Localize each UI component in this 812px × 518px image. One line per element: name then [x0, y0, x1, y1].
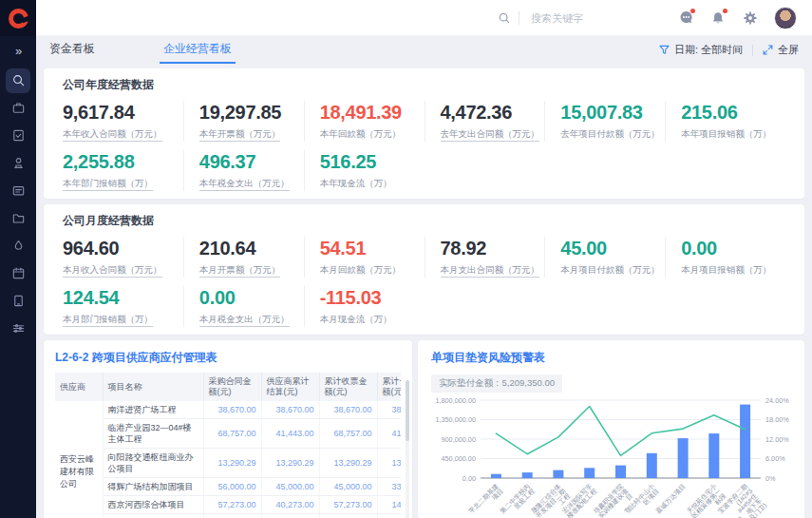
notification-dot — [690, 9, 695, 13]
date-filter-label: 日期: 全部时间 — [674, 43, 743, 57]
col-project: 项目名称 — [103, 373, 203, 401]
table-row: 得辉广场结构加固项目 56,000.00 45,000.00 45,000.00… — [55, 478, 401, 496]
notification-dot — [723, 9, 727, 13]
svg-text:1,350,000.00: 1,350,000.00 — [435, 415, 476, 424]
calendar-icon — [11, 266, 26, 280]
kpi-monthly-tax[interactable]: 0.00本月税金支出（万元） — [183, 286, 304, 327]
svg-text:嘉诚万达项目: 嘉诚万达项目 — [654, 483, 687, 515]
sidebar-item-droplet[interactable] — [6, 234, 30, 259]
gear-icon — [743, 10, 758, 26]
table-row: 西安云峰建材有限公司 南洋进贤广场工程 38,670.00 38,670.00 … — [55, 401, 401, 419]
monthly-data-panel: 公司月度经营数据 964.60本月收入合同额（万元） 210.64本月开票额（万… — [44, 204, 804, 335]
kpi-annual-invoiced[interactable]: 19,297.85本年开票额（万元） — [183, 101, 304, 142]
sidebar-collapse-icon[interactable]: » — [0, 38, 36, 63]
briefcase-icon — [11, 101, 26, 115]
supplier-payables-panel: L2-6-2 跨项目供应商应付管理表 供应商 项目名称 采购合同金额(元) 供应… — [44, 340, 412, 518]
search-divider — [519, 11, 519, 25]
stamp-icon — [11, 156, 26, 170]
search-icon — [11, 73, 26, 87]
messages-button[interactable] — [677, 10, 694, 27]
monthly-panel-title: 公司月度经营数据 — [63, 213, 785, 229]
kpi-annual-project-reimburse: 215.06本年项目报销额（万） — [665, 101, 785, 142]
sidebar-item-briefcase[interactable] — [6, 96, 30, 121]
col-settlement: 供应商累计结算(元) — [261, 373, 319, 401]
kpi-monthly-project-payment: 45.00本月项目付款额（万元） — [544, 237, 665, 278]
svg-text:0%: 0% — [765, 474, 776, 483]
top-header — [36, 0, 812, 36]
date-filter[interactable]: 日期: 全部时间 — [659, 43, 743, 57]
logo-c-icon — [9, 9, 28, 29]
id-card-icon — [11, 183, 26, 198]
sidebar-item-document-check[interactable] — [6, 124, 30, 148]
kpi-monthly-dept-reimburse[interactable]: 124.54本月部门报销额（万） — [63, 286, 183, 327]
kpi-monthly-cashflow: -115.03本月现金流（万） — [304, 286, 425, 327]
svg-text:450,000.00: 450,000.00 — [441, 454, 476, 463]
filter-icon — [659, 45, 670, 55]
svg-text:0.00: 0.00 — [463, 474, 476, 483]
svg-text:6.00%: 6.00% — [765, 454, 785, 463]
sidebar-item-calendar[interactable] — [6, 261, 30, 286]
table-header-row: 供应商 项目名称 采购合同金额(元) 供应商累计结算(元) 累计收票金额(元) … — [55, 373, 401, 401]
svg-text:18.00%: 18.00% — [765, 415, 789, 424]
kpi-annual-tax[interactable]: 496.37本年税金支出（万元） — [183, 150, 304, 191]
supplier-payables-table: 供应商 项目名称 采购合同金额(元) 供应商累计结算(元) 累计收票金额(元) … — [55, 373, 401, 518]
col-supplier: 供应商 — [55, 373, 103, 401]
col-payments: 累计付款金额(元) — [377, 373, 401, 401]
alerts-button[interactable] — [709, 10, 727, 27]
tab-funds-board[interactable]: 资金看板 — [46, 36, 99, 64]
svg-text:12.00%: 12.00% — [765, 435, 789, 444]
risk-combo-chart: 0.000%450,000.006.00%900,000.0012.00%1,3… — [431, 394, 791, 518]
actual-advance-badge: 实际垫付金额：5,209,350.00 — [431, 374, 562, 393]
tablet-icon — [11, 294, 26, 308]
annual-panel-title: 公司年度经营数据 — [63, 77, 785, 93]
advance-risk-panel: 单项目垫资风险预警表 实际垫付金额：5,209,350.00 0.000%450… — [418, 340, 804, 518]
table-row: 临港产业园32—04#楼主体工程 68,757.00 41,443.00 68,… — [55, 419, 401, 449]
supplier-table-title: L2-6-2 跨项目供应商应付管理表 — [55, 350, 401, 366]
table-scrollbar[interactable] — [406, 380, 409, 518]
kpi-annual-dept-reimburse[interactable]: 2,255.88本年部门报销额（万） — [63, 150, 183, 191]
kpi-annual-income-contract[interactable]: 9,617.84本年收入合同额（万元） — [63, 101, 183, 142]
svg-text:900,000.00: 900,000.00 — [441, 435, 476, 444]
sidebar-item-tablet[interactable] — [6, 289, 30, 314]
col-invoices-received: 累计收票金额(元) — [319, 373, 377, 401]
sidebar-item-folder[interactable] — [6, 206, 30, 231]
svg-text:1,800,000.00: 1,800,000.00 — [435, 396, 476, 405]
sidebar-item-search[interactable] — [6, 68, 30, 93]
sidebar-item-sliders[interactable] — [6, 317, 30, 341]
kpi-annual-collections: 18,491.39本年回款额（万元） — [304, 101, 425, 142]
kpi-monthly-project-reimburse: 0.00本月项目报销额（万） — [665, 237, 785, 278]
kpi-monthly-invoiced[interactable]: 210.64本月开票额（万元） — [183, 237, 304, 278]
search-input[interactable] — [529, 11, 637, 25]
sidebar-item-stamp[interactable] — [6, 151, 30, 176]
app-logo[interactable] — [0, 0, 36, 36]
kpi-monthly-expense-contract[interactable]: 78.92本月支出合同额（万元） — [425, 237, 545, 278]
table-row: 向阳路交通枢纽商业办公项目 13,290.29 13,290.29 13,290… — [55, 449, 401, 478]
kpi-monthly-income-contract[interactable]: 964.60本月收入合同额（万元） — [63, 237, 183, 278]
risk-chart-title: 单项目垫资风险预警表 — [431, 350, 791, 366]
col-purchase-amount: 采购合同金额(元) — [203, 373, 261, 401]
scrollbar-thumb[interactable] — [406, 380, 409, 441]
sidebar-item-id-card[interactable] — [6, 179, 30, 203]
search-icon[interactable] — [498, 11, 511, 25]
svg-text:24.00%: 24.00% — [765, 396, 789, 405]
tab-bar: 资金看板 企业经营看板 日期: 全部时间 全屏 — [36, 36, 812, 64]
user-avatar[interactable] — [774, 7, 797, 29]
kpi-annual-cashflow: 516.25本年现金流（万） — [304, 150, 425, 191]
kpi-lastyear-project-payment: 15,007.83去年项目付款额（万元） — [544, 101, 665, 142]
table-row: 西京河西综合体项目 57,273.00 40,273.00 57,273.00 … — [55, 496, 401, 514]
fullscreen-button[interactable]: 全屏 — [763, 43, 799, 57]
folder-icon — [11, 211, 26, 225]
toolbar-divider — [752, 45, 753, 56]
settings-button[interactable] — [742, 10, 759, 27]
fullscreen-label: 全屏 — [778, 43, 799, 57]
dashboard-app: » — [0, 0, 812, 518]
supplier-name: 西安云峰建材有限公司 — [55, 401, 103, 518]
kpi-lastyear-expense-contract[interactable]: 4,472.36去年支出合同额（万元） — [425, 101, 545, 142]
document-check-icon — [11, 128, 26, 143]
tab-enterprise-board[interactable]: 企业经营看板 — [160, 36, 236, 64]
sidebar: » — [0, 0, 36, 518]
main-content: 公司年度经营数据 9,617.84本年收入合同额（万元） 19,297.85本年… — [36, 64, 812, 518]
header-search — [498, 11, 637, 25]
sliders-icon — [11, 321, 26, 336]
annual-data-panel: 公司年度经营数据 9,617.84本年收入合同额（万元） 19,297.85本年… — [44, 68, 804, 199]
